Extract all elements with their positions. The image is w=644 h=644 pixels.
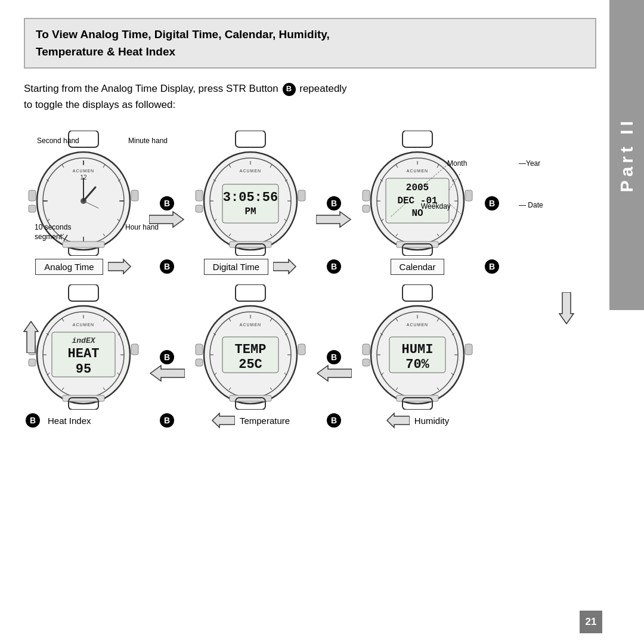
b-btn-label-2: B [327, 259, 341, 274]
svg-rect-37 [196, 190, 203, 201]
svg-marker-82 [108, 259, 131, 274]
watch-svg-calendar: ACUMEN 2005 DEC -01 NO [361, 131, 474, 256]
arrow-label-2 [273, 258, 297, 275]
svg-marker-159 [387, 413, 410, 428]
b-btn-label-3: B [485, 259, 499, 274]
b-btn-4: B [160, 350, 174, 364]
label-temp-text: Temperature [240, 416, 290, 426]
svg-text:ACUMEN: ACUMEN [240, 323, 261, 327]
label-temp: Temperature [191, 412, 310, 429]
connector-4-5: B [143, 350, 191, 382]
arrow-up-heat [23, 320, 39, 355]
label-heat-index: Heat Index [42, 416, 143, 426]
svg-rect-142 [363, 359, 370, 366]
svg-rect-38 [196, 205, 203, 212]
svg-rect-67 [363, 205, 370, 212]
svg-rect-15 [131, 190, 138, 201]
arrow-label-humi [386, 412, 410, 429]
watch-svg-temp: ACUMEN TEMP 25C [194, 284, 307, 410]
page-container: Part II To View Analog Time, Digital Tim… [0, 0, 644, 644]
part-sidebar: Part II [609, 0, 644, 310]
b-btn-label-humi: B [327, 413, 341, 428]
annotation-minute-hand: Minute hand [128, 137, 168, 145]
watch-svg-digital: ACUMEN 3:05:56 PM [194, 131, 307, 256]
svg-rect-94 [29, 359, 36, 366]
annotation-date: — Date [519, 201, 543, 209]
svg-rect-117 [196, 344, 203, 355]
svg-text:ACUMEN: ACUMEN [240, 169, 261, 173]
annotation-year: —Year [519, 159, 540, 168]
header-box: To View Analog Time, Digital Time, Calen… [24, 18, 596, 69]
svg-marker-158 [212, 413, 235, 428]
b-btn-label-temp: B [160, 413, 174, 428]
svg-text:3:05:56: 3:05:56 [223, 190, 278, 205]
watch-humidity: ACUMEN HUMI 70% [358, 284, 477, 410]
svg-marker-83 [273, 259, 296, 274]
watch-svg-heat: ACUMEN indEX HEAT 95 [27, 284, 140, 410]
b-button-intro: B [283, 83, 296, 96]
svg-marker-109 [150, 366, 185, 381]
svg-marker-53 [316, 212, 351, 227]
svg-rect-134 [402, 284, 432, 301]
svg-marker-157 [24, 321, 38, 353]
svg-text:PM: PM [244, 206, 256, 217]
annotation-10sec: 10 secondssegment [35, 223, 71, 242]
svg-marker-133 [317, 366, 352, 381]
b-btn-5: B [327, 350, 341, 364]
svg-text:ACUMEN: ACUMEN [407, 169, 428, 173]
svg-text:95: 95 [76, 362, 91, 377]
page-number: 21 [580, 611, 602, 633]
b-btn-2: B [327, 196, 341, 210]
svg-rect-39 [298, 190, 305, 201]
svg-rect-95 [131, 344, 138, 355]
arrow-left-2 [316, 364, 352, 382]
label-analog-text: Analog Time [35, 259, 103, 275]
b-btn-label-heat: B [26, 413, 40, 428]
connector-2-3: B [310, 196, 358, 228]
svg-rect-30 [236, 131, 265, 147]
label-calendar: Calendar [358, 259, 477, 275]
svg-rect-110 [236, 284, 265, 301]
arrow-up-svg [23, 320, 39, 353]
watch-digital: ACUMEN 3:05:56 PM [191, 131, 310, 256]
svg-rect-118 [196, 359, 203, 366]
svg-rect-141 [363, 344, 370, 355]
svg-text:2005: 2005 [406, 182, 429, 193]
annotation-month: Month [447, 159, 467, 168]
connector-5-6: B [310, 350, 358, 382]
svg-rect-17 [63, 242, 104, 247]
arrow-right-2 [316, 210, 352, 228]
b-btn-3: B [485, 196, 499, 210]
label-digital: Digital Time [191, 258, 310, 275]
label-heat-text: Heat Index [48, 416, 91, 426]
part-label: Part II [617, 117, 637, 192]
svg-text:25C: 25C [239, 357, 262, 372]
svg-text:HUMI: HUMI [402, 342, 434, 357]
watch-calendar: ACUMEN 2005 DEC -01 NO [358, 131, 477, 256]
label-calendar-text: Calendar [391, 259, 445, 275]
label-humidity: Humidity [358, 412, 477, 429]
b-btn-label-1: B [160, 259, 174, 274]
svg-text:ACUMEN: ACUMEN [73, 323, 94, 327]
svg-text:TEMP: TEMP [235, 342, 267, 357]
svg-rect-54 [402, 131, 432, 147]
svg-text:ACUMEN: ACUMEN [73, 169, 94, 173]
svg-rect-119 [298, 344, 305, 355]
watch-svg-humi: ACUMEN HUMI 70% [361, 284, 474, 410]
annotation-hour-hand: Hour hand [125, 223, 159, 231]
svg-text:HEAT: HEAT [68, 346, 100, 361]
b-btn-1: B [160, 196, 174, 210]
annotation-weekday: Weekday [421, 202, 451, 210]
svg-text:70%: 70% [405, 357, 429, 372]
svg-rect-14 [29, 205, 36, 212]
arrow-label-temp [211, 412, 235, 429]
arrow-left-1 [149, 364, 185, 382]
svg-rect-85 [69, 284, 98, 301]
svg-rect-68 [465, 190, 472, 201]
watch-temp: ACUMEN TEMP 25C [191, 284, 310, 410]
connector-3-end: B [477, 196, 507, 210]
svg-rect-13 [29, 190, 36, 201]
header-title: To View Analog Time, Digital Time, Calen… [36, 26, 584, 60]
svg-rect-143 [465, 344, 472, 355]
svg-rect-66 [363, 190, 370, 201]
